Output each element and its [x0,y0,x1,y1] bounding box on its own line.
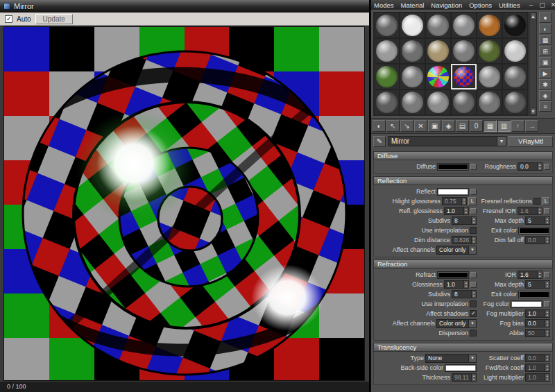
show-end-result-button[interactable]: ▥ [497,120,511,132]
hilight-glossiness-spinner[interactable]: 0.75 [442,197,467,205]
spinner-arrows-icon[interactable] [471,216,477,225]
roughness-spinner[interactable]: 0.0 [518,162,543,171]
ior-spinner[interactable]: 1.6 [518,271,543,279]
sample-slot-6[interactable] [502,12,528,38]
rollout-header-refraction[interactable]: Refraction [373,259,553,269]
put-to-scene-button[interactable]: ↖ [386,120,400,132]
sample-slot-21[interactable] [425,90,451,115]
options-icon[interactable]: ✱ [539,79,552,90]
affect-shadows-checkbox[interactable] [470,310,477,317]
make-unique-button[interactable]: ◈ [442,120,455,132]
refr-affect-channels-dropdown[interactable]: Color only [436,319,477,328]
refr-max-depth-spinner[interactable]: 5 [525,280,550,289]
close-button[interactable]: ✕ [549,1,555,8]
spinner-arrows-icon[interactable] [471,373,477,382]
fresnel-reflections-checkbox[interactable] [533,198,540,205]
refr-subdivs-spinner[interactable]: 8 [452,290,477,298]
hilight-lock-button[interactable]: L [468,197,477,205]
spinner-arrows-icon[interactable] [545,216,550,225]
rollout-header-translucency[interactable]: Translucency [373,343,553,352]
rollout-header-reflection[interactable]: Reflection [373,176,553,185]
refr-glossiness-spinner[interactable]: 1.0 [444,280,469,289]
slots-scroll-up-icon[interactable] [530,12,536,20]
sample-type-icon[interactable]: ● [539,12,552,23]
spinner-arrows-icon[interactable] [463,280,469,289]
material-name-dropdown[interactable]: Mirror [388,136,506,146]
spinner-arrows-icon[interactable] [545,280,550,289]
dim-falloff-spinner[interactable]: 0.0 [525,236,550,244]
diffuse-map-button[interactable] [470,164,477,170]
sample-slot-24[interactable] [502,90,528,115]
sample-slot-16[interactable] [451,64,477,90]
refr-use-interpolation-checkbox[interactable] [470,300,477,307]
rollout-header-diffuse[interactable]: Diffuse [373,151,553,160]
chevron-down-icon[interactable] [468,355,476,362]
dim-distance-spinner[interactable]: 0.826 [452,236,477,244]
refl-max-depth-spinner[interactable]: 5 [525,216,550,225]
sample-slot-20[interactable] [400,90,425,115]
spinner-arrows-icon[interactable] [463,207,469,215]
roughness-map-button[interactable] [544,164,550,170]
sample-slot-17[interactable] [477,64,502,90]
menu-material[interactable]: Material [401,1,425,9]
refract-map-button[interactable] [470,272,477,278]
sample-slot-5[interactable] [477,12,502,38]
refl-glossiness-map-button[interactable] [470,208,477,214]
translucency-type-dropdown[interactable]: None [425,354,477,363]
refr-exit-color-swatch[interactable] [518,291,550,298]
update-button[interactable]: Update [35,14,73,24]
select-by-material-icon[interactable]: ◈ [539,90,552,101]
menu-utilities[interactable]: Utilities [499,1,520,9]
maximize-button[interactable]: ▢ [538,1,547,8]
light-multiplier-spinner[interactable]: 1.0 [525,373,550,382]
spinner-arrows-icon[interactable] [537,271,543,279]
reflect-map-button[interactable] [470,189,477,195]
scatter-coeff-spinner[interactable]: 0.0 [525,354,550,362]
sample-slot-22[interactable] [451,90,477,115]
make-copy-button[interactable]: ▣ [428,120,441,132]
material-map-navigator-icon[interactable]: ≡ [539,101,552,112]
refl-exit-color-swatch[interactable] [518,227,550,235]
spinner-arrows-icon[interactable] [545,354,550,362]
menu-modes[interactable]: Modes [374,1,394,9]
sample-slot-1[interactable] [374,12,400,38]
fog-color-swatch[interactable] [511,300,543,308]
spinner-arrows-icon[interactable] [537,162,543,171]
refract-color-swatch[interactable] [437,271,469,279]
sample-slot-7[interactable] [374,38,400,64]
menu-options[interactable]: Options [469,1,492,9]
sample-slot-9[interactable] [425,38,451,64]
auto-checkbox[interactable] [5,15,12,23]
spinner-arrows-icon[interactable] [545,364,550,372]
video-color-check-icon[interactable]: ▣ [539,57,552,67]
backside-color-swatch[interactable] [445,364,477,372]
refl-subdivs-spinner[interactable]: 8 [452,216,477,225]
sample-slot-2[interactable] [400,12,425,38]
spinner-arrows-icon[interactable] [471,236,477,244]
backlight-icon[interactable]: ◐ [539,24,552,34]
material-id-button[interactable]: 0 [470,120,483,132]
fresnel-ior-map-button[interactable] [544,208,550,214]
spinner-arrows-icon[interactable] [545,329,550,337]
chevron-down-icon[interactable] [468,320,476,327]
slots-scroll-down-icon[interactable] [530,108,536,115]
sample-slot-3[interactable] [425,12,451,38]
minimize-button[interactable]: – [527,1,536,8]
sample-slot-15[interactable] [425,64,451,90]
chevron-down-icon[interactable] [468,246,476,254]
fresnel-ior-spinner[interactable]: 1.6 [518,207,543,215]
spinner-arrows-icon[interactable] [545,319,550,327]
refl-glossiness-spinner[interactable]: 1.0 [444,207,469,215]
background-icon[interactable]: ▦ [539,35,552,45]
sample-slot-18[interactable] [502,64,528,90]
spinner-arrows-icon[interactable] [545,309,550,318]
refl-affect-channels-dropdown[interactable]: Color only [436,246,477,255]
sample-slot-14[interactable] [400,64,425,90]
refl-use-interpolation-checkbox[interactable] [470,227,477,234]
slots-scrollbar[interactable] [529,12,537,116]
thickness-spinner[interactable]: 98.11 [452,373,477,382]
get-material-button[interactable]: ◐ [373,120,386,132]
pick-material-eyedropper-icon[interactable]: ✎ [373,136,386,147]
diffuse-color-swatch[interactable] [437,163,469,171]
fog-bias-spinner[interactable]: 0.0 [525,319,550,327]
